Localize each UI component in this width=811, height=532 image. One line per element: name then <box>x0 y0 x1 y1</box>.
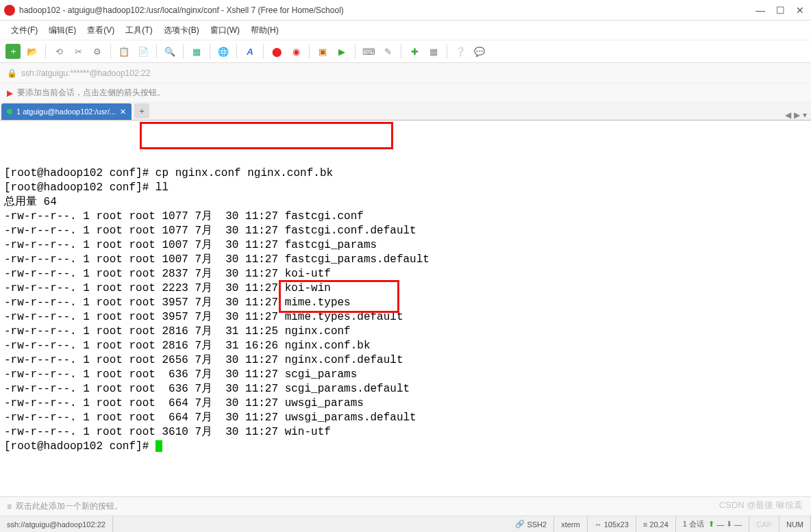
status-num: NUM <box>779 516 811 532</box>
tab-menu-icon[interactable]: ▾ <box>803 110 807 120</box>
properties-icon[interactable]: ⚙ <box>90 44 105 59</box>
menu-view[interactable]: 查看(V) <box>84 23 117 38</box>
bottom-hint: 双击此处添加一个新的按钮。 <box>16 501 123 512</box>
copy-icon[interactable]: 📋 <box>116 44 132 59</box>
tab-prev-icon[interactable]: ◀ <box>785 110 791 120</box>
lock-icon: 🔒 <box>7 68 17 78</box>
status-cap: CAP <box>749 516 779 532</box>
address-text[interactable]: ssh://atguigu:******@hadoop102:22 <box>21 68 150 78</box>
search-icon[interactable]: 🔍 <box>162 44 177 59</box>
terminal-output: [root@hadoop102 conf]# cp nginx.conf ngi… <box>4 166 807 440</box>
menu-tools[interactable]: 工具(T) <box>123 23 155 38</box>
terminal[interactable]: [root@hadoop102 conf]# cp nginx.conf ngi… <box>0 121 811 496</box>
tab-next-icon[interactable]: ▶ <box>794 110 800 120</box>
reconnect-icon[interactable]: ⟲ <box>51 44 66 59</box>
menubar: 文件(F) 编辑(E) 查看(V) 工具(T) 选项卡(B) 窗口(W) 帮助(… <box>0 21 811 40</box>
script-icon[interactable]: ▣ <box>315 44 330 59</box>
maximize-button[interactable]: ☐ <box>776 5 785 16</box>
status-sessions: 1 会话 ⬆ — ⬇ — <box>676 516 750 532</box>
help-icon[interactable]: ❔ <box>453 44 468 59</box>
highlight-box-1 <box>140 122 393 149</box>
menu-file[interactable]: 文件(F) <box>8 23 40 38</box>
status-size: 105x23 <box>604 520 629 529</box>
globe-icon[interactable]: 🌐 <box>216 44 231 59</box>
session-hint-bar: ▶ 要添加当前会话，点击左侧的箭头按钮。 <box>0 84 811 103</box>
new-tab-button[interactable]: ＋ <box>134 103 149 118</box>
open-icon[interactable]: 📂 <box>25 44 40 59</box>
tunnel-icon[interactable]: ▦ <box>189 44 204 59</box>
link-icon: 🔗 <box>515 520 525 529</box>
highlight-icon[interactable]: ✎ <box>380 44 395 59</box>
terminal-prompt: [root@hadoop102 conf]# <box>4 440 807 454</box>
add-icon[interactable]: ✚ <box>407 44 422 59</box>
menu-edit[interactable]: 编辑(E) <box>46 23 79 38</box>
status-dot-icon <box>7 109 12 114</box>
run-icon[interactable]: ▶ <box>334 44 349 59</box>
stop-icon[interactable]: ◉ <box>288 44 303 59</box>
tab-session-1[interactable]: 1 atguigu@hadoop102:/usr/... ✕ <box>1 103 132 120</box>
minimize-button[interactable]: — <box>756 5 765 16</box>
flag-icon[interactable]: ▶ <box>7 88 13 98</box>
menu-tab[interactable]: 选项卡(B) <box>161 23 202 38</box>
statusbar: ssh://atguigu@hadoop102:22 🔗 SSH2 xterm … <box>0 516 811 532</box>
status-cursor: 20,24 <box>649 520 669 529</box>
quick-command-bar[interactable]: ≡ 双击此处添加一个新的按钮。 <box>0 496 811 516</box>
session-hint-text: 要添加当前会话，点击左侧的箭头按钮。 <box>17 87 165 99</box>
window-title: hadoop102 - atguigu@hadoop102:/usr/local… <box>19 5 756 15</box>
size-icon: ↔ <box>595 520 602 529</box>
record-icon[interactable]: ⬤ <box>269 44 284 59</box>
font-icon[interactable]: A <box>242 44 258 59</box>
disconnect-icon[interactable]: ✂ <box>71 44 86 59</box>
app-logo-icon <box>4 5 15 16</box>
grid-icon[interactable]: ▦ <box>426 44 441 59</box>
menu-window[interactable]: 窗口(W) <box>208 23 242 38</box>
new-session-icon[interactable]: ＋ <box>5 44 21 59</box>
menu-help[interactable]: 帮助(H) <box>248 23 282 38</box>
titlebar: hadoop102 - atguigu@hadoop102:/usr/local… <box>0 0 811 21</box>
status-path: ssh://atguigu@hadoop102:22 <box>0 516 113 532</box>
status-term: xterm <box>554 516 588 532</box>
tab-close-icon[interactable]: ✕ <box>120 107 126 116</box>
status-ssh: SSH2 <box>527 520 547 529</box>
tabbar: 1 atguigu@hadoop102:/usr/... ✕ ＋ ◀ ▶ ▾ <box>0 103 811 121</box>
address-bar: 🔒 ssh://atguigu:******@hadoop102:22 <box>0 63 811 84</box>
keyboard-icon[interactable]: ⌨ <box>361 44 376 59</box>
hamburger-icon[interactable]: ≡ <box>7 502 12 511</box>
chat-icon[interactable]: 💬 <box>472 44 487 59</box>
paste-icon[interactable]: 📄 <box>136 44 151 59</box>
cursor-icon: ≡ <box>643 520 647 529</box>
tab-label: 1 atguigu@hadoop102:/usr/... <box>16 107 116 116</box>
close-button[interactable]: ✕ <box>796 5 804 16</box>
toolbar: ＋ 📂 ⟲ ✂ ⚙ 📋 📄 🔍 ▦ 🌐 A ⬤ ◉ ▣ ▶ ⌨ ✎ ✚ ▦ ❔ … <box>0 40 811 63</box>
